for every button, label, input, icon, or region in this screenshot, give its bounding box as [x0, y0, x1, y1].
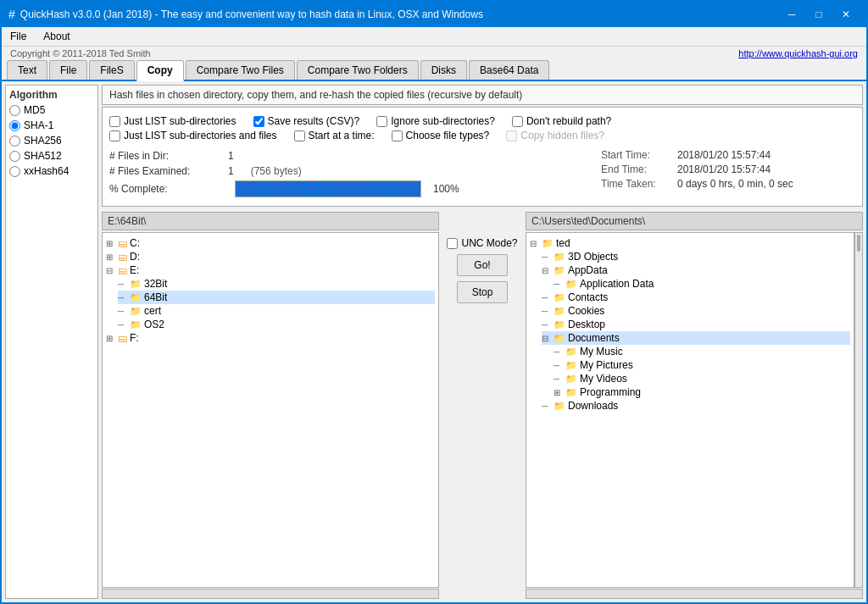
dest-path-bar[interactable]: C:\Users\ted\Documents\: [526, 212, 863, 230]
dest-scrollbar-h[interactable]: [526, 589, 863, 599]
expand-32bit[interactable]: ─: [118, 280, 130, 289]
dest-tree-item-documents[interactable]: ⊟ 📁 Documents: [542, 331, 850, 345]
expand-mypictures[interactable]: ─: [554, 361, 565, 370]
tree-item-32bit[interactable]: ─ 📁 32Bit: [118, 277, 435, 291]
radio-sha512-label: SHA512: [24, 150, 62, 162]
dont-rebuild-checkbox[interactable]: [512, 116, 523, 127]
source-scrollbar-h[interactable]: [102, 589, 439, 599]
expand-os2[interactable]: ─: [118, 320, 130, 330]
menu-about[interactable]: About: [38, 29, 75, 44]
minimize-button[interactable]: ─: [778, 5, 805, 24]
source-tree[interactable]: ⊞ 🖴 C: ⊞ 🖴 D: ⊟ 🖴 E:: [102, 232, 439, 588]
expand-cookies[interactable]: ─: [542, 307, 554, 316]
save-results-opt[interactable]: Save results (CSV)?: [253, 115, 360, 127]
tree-item-f[interactable]: ⊞ 🖴 F:: [106, 331, 435, 345]
tab-text[interactable]: Text: [7, 60, 47, 80]
dest-tree-item-mypictures[interactable]: ─ 📁 My Pictures: [554, 358, 850, 372]
dest-tree-item-mymusic[interactable]: ─ 📁 My Music: [554, 345, 850, 358]
expand-ted[interactable]: ⊟: [530, 239, 542, 248]
expand-appdata[interactable]: ⊟: [542, 266, 554, 275]
radio-sha512[interactable]: SHA512: [9, 150, 94, 162]
choose-file-types-checkbox[interactable]: [392, 130, 403, 141]
choose-file-types-opt[interactable]: Choose file types?: [392, 130, 490, 141]
go-button[interactable]: Go!: [457, 254, 508, 276]
dest-tree-item-appdata-data[interactable]: ─ 📁 Application Data: [554, 277, 850, 291]
expand-mymusic[interactable]: ─: [554, 347, 565, 357]
unc-mode-checkbox[interactable]: [447, 238, 458, 249]
dest-tree-item-myvideos[interactable]: ─ 📁 My Videos: [554, 372, 850, 385]
radio-xxhash64-input[interactable]: [9, 166, 20, 177]
tree-item-c[interactable]: ⊞ 🖴 C:: [106, 236, 435, 250]
expand-e[interactable]: ⊟: [106, 266, 118, 275]
dest-tree[interactable]: ⊟ 📁 ted ─ 📁 3D Objects ⊟ �: [526, 232, 854, 588]
expand-appdata-data[interactable]: ─: [554, 280, 565, 289]
expand-c[interactable]: ⊞: [106, 239, 118, 248]
dest-scrollbar-v[interactable]: [854, 232, 863, 588]
radio-md5-input[interactable]: [9, 105, 20, 116]
radio-sha256[interactable]: SHA256: [9, 135, 94, 147]
tree-item-cert[interactable]: ─ 📁 cert: [118, 304, 435, 318]
scrollbar-thumb[interactable]: [857, 235, 860, 252]
expand-d[interactable]: ⊞: [106, 252, 118, 262]
just-list-subdirs-label: Just LIST sub-directories: [124, 115, 236, 127]
tree-item-64bit[interactable]: ─ 📁 64Bit: [118, 291, 435, 304]
expand-desktop[interactable]: ─: [542, 320, 554, 330]
radio-sha512-input[interactable]: [9, 151, 20, 162]
dest-tree-item-ted[interactable]: ⊟ 📁 ted: [530, 236, 850, 250]
expand-f[interactable]: ⊞: [106, 334, 118, 343]
website-link[interactable]: http://www.quickhash-gui.org: [738, 48, 858, 58]
tree-label-myvideos: My Videos: [580, 373, 627, 385]
expand-downloads[interactable]: ─: [542, 402, 554, 411]
expand-programming[interactable]: ⊞: [554, 388, 565, 397]
expand-3dobjects[interactable]: ─: [542, 252, 554, 262]
tree-item-d[interactable]: ⊞ 🖴 D:: [106, 250, 435, 263]
tab-files[interactable]: FileS: [89, 60, 134, 80]
start-at-time-opt[interactable]: Start at a time:: [294, 130, 375, 141]
start-at-time-checkbox[interactable]: [294, 130, 305, 141]
dont-rebuild-opt[interactable]: Don't rebuild path?: [512, 115, 611, 127]
tab-base64[interactable]: Base64 Data: [469, 60, 549, 80]
radio-xxhash64[interactable]: xxHash64: [9, 165, 94, 177]
ignore-subdirs-checkbox[interactable]: [376, 116, 387, 127]
menu-file[interactable]: File: [5, 29, 31, 44]
radio-md5[interactable]: MD5: [9, 104, 94, 116]
ignore-subdirs-opt[interactable]: Ignore sub-directories?: [376, 115, 495, 127]
tree-label-cert: cert: [144, 305, 161, 317]
dest-tree-item-cookies[interactable]: ─ 📁 Cookies: [542, 304, 850, 318]
tab-file[interactable]: File: [49, 60, 87, 80]
just-list-subdirs-opt[interactable]: Just LIST sub-directories: [109, 115, 236, 127]
save-results-checkbox[interactable]: [253, 116, 264, 127]
just-list-files-opt[interactable]: Just LIST sub-directories and files: [109, 130, 277, 141]
dest-tree-item-downloads[interactable]: ─ 📁 Downloads: [542, 399, 850, 413]
tree-item-e[interactable]: ⊟ 🖴 E:: [106, 263, 435, 277]
expand-myvideos[interactable]: ─: [554, 374, 565, 384]
tree-item-os2[interactable]: ─ 📁 OS2: [118, 318, 435, 331]
copy-hidden-opt[interactable]: Copy hidden files?: [506, 130, 604, 141]
expand-cert[interactable]: ─: [118, 307, 130, 316]
maximize-button[interactable]: □: [805, 5, 832, 24]
dest-tree-item-contacts[interactable]: ─ 📁 Contacts: [542, 291, 850, 304]
stats-section: # Files in Dir: 1 # Files Examined: 1 (7…: [109, 147, 855, 201]
tab-disks[interactable]: Disks: [420, 60, 467, 80]
dest-tree-item-desktop[interactable]: ─ 📁 Desktop: [542, 318, 850, 331]
stop-button[interactable]: Stop: [457, 281, 508, 303]
radio-sha1[interactable]: SHA-1: [9, 119, 94, 131]
dest-tree-item-3dobjects[interactable]: ─ 📁 3D Objects: [542, 250, 850, 263]
close-button[interactable]: ✕: [832, 5, 860, 24]
tree-label-e: E:: [130, 264, 139, 276]
tab-compare-folders[interactable]: Compare Two Folders: [297, 60, 419, 80]
just-list-files-checkbox[interactable]: [109, 130, 120, 141]
dest-tree-item-programming[interactable]: ⊞ 📁 Programming: [554, 385, 850, 399]
source-path-bar[interactable]: E:\64Bit\: [102, 212, 439, 230]
radio-sha1-input[interactable]: [9, 120, 20, 131]
radio-sha256-input[interactable]: [9, 136, 20, 147]
folder-icon-downloads: 📁: [554, 401, 565, 412]
dest-tree-item-appdata[interactable]: ⊟ 📁 AppData: [542, 263, 850, 277]
expand-documents[interactable]: ⊟: [542, 334, 554, 343]
just-list-subdirs-checkbox[interactable]: [109, 116, 120, 127]
unc-mode-option[interactable]: UNC Mode?: [447, 237, 517, 249]
tab-compare-files[interactable]: Compare Two Files: [186, 60, 295, 80]
expand-contacts[interactable]: ─: [542, 293, 554, 302]
tab-copy[interactable]: Copy: [136, 60, 184, 81]
expand-64bit[interactable]: ─: [118, 293, 130, 302]
